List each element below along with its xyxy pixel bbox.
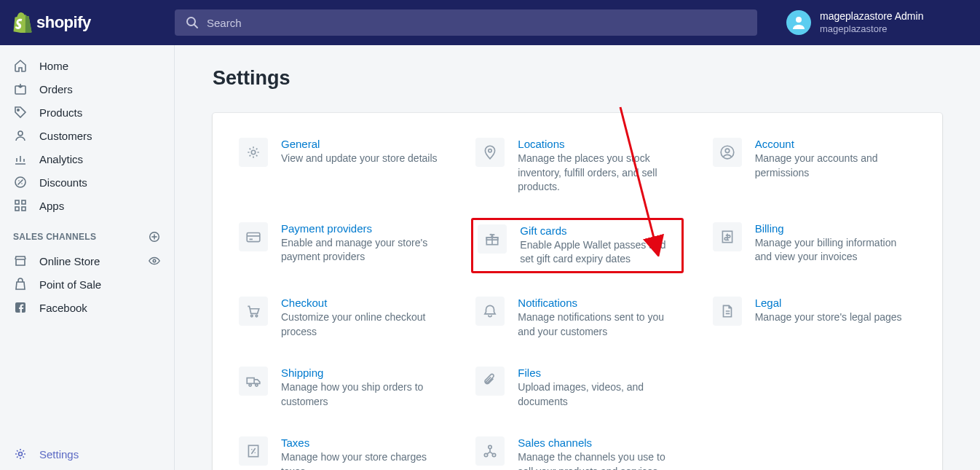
- store-icon: [13, 254, 28, 268]
- channels-header: SALES CHANNELS: [13, 232, 96, 242]
- store-name: mageplazastore: [820, 23, 923, 35]
- sidebar-item-apps[interactable]: Apps: [0, 194, 174, 217]
- tile-legal[interactable]: LegalManage your store's legal pages: [708, 292, 920, 343]
- logo[interactable]: shopify: [13, 12, 175, 33]
- search-input[interactable]: [207, 17, 747, 29]
- sidebar-item-home[interactable]: Home: [0, 54, 174, 77]
- add-channel-icon[interactable]: [148, 230, 161, 243]
- svg-rect-9: [15, 207, 19, 211]
- tile-desc: Manage your billing information and view…: [755, 236, 916, 265]
- user-names: mageplazastore Admin mageplazastore: [820, 10, 923, 35]
- tile-desc: Manage the places you stock inventory, f…: [518, 152, 679, 195]
- apps-icon: [13, 198, 28, 213]
- sidebar-item-label: Home: [39, 60, 68, 72]
- bag-icon: [13, 277, 28, 291]
- user-name: mageplazastore Admin: [820, 10, 923, 23]
- sidebar-channel-onlinestore[interactable]: Online Store: [0, 249, 174, 273]
- sidebar-item-orders[interactable]: Orders: [0, 77, 174, 101]
- sidebar-item-label: Discounts: [39, 176, 87, 189]
- svg-point-28: [489, 446, 491, 449]
- shopify-bag-icon: [13, 12, 32, 33]
- discount-icon: [13, 175, 28, 189]
- tile-payment[interactable]: Payment providersEnable and manage your …: [234, 218, 446, 273]
- tile-giftcards[interactable]: Gift cardsEnable Apple Wallet passes and…: [471, 218, 683, 273]
- page-title: Settings: [213, 67, 942, 90]
- settings-grid: GeneralView and update your store detail…: [234, 133, 920, 470]
- tile-saleschannels[interactable]: Sales channelsManage the channels you us…: [471, 432, 683, 470]
- svg-point-12: [153, 259, 156, 262]
- tile-title: Notifications: [518, 297, 679, 309]
- analytics-icon: [13, 152, 28, 166]
- sidebar-item-discounts[interactable]: Discounts: [0, 171, 174, 194]
- person-icon: [719, 144, 735, 160]
- tile-title: Gift cards: [520, 224, 676, 237]
- sidebar-item-analytics[interactable]: Analytics: [0, 147, 174, 171]
- svg-point-18: [725, 149, 730, 153]
- tile-desc: Enable and manage your store's payment p…: [281, 236, 442, 265]
- home-icon: [13, 58, 28, 73]
- search-bar[interactable]: [175, 9, 757, 36]
- sidebar-channel-facebook[interactable]: Facebook: [0, 296, 174, 319]
- svg-point-25: [249, 384, 251, 386]
- tag-icon: [13, 105, 28, 120]
- svg-rect-10: [22, 207, 25, 211]
- svg-rect-19: [247, 232, 260, 241]
- settings-card: GeneralView and update your store detail…: [213, 113, 942, 470]
- sidebar: Home Orders Products Customers Analytics…: [0, 45, 175, 470]
- sidebar-item-label: Online Store: [39, 255, 100, 267]
- eye-icon[interactable]: [148, 254, 161, 267]
- svg-rect-8: [22, 200, 25, 204]
- avatar-icon: [790, 14, 807, 31]
- tile-title: Sales channels: [518, 436, 679, 449]
- channels-icon: [482, 443, 498, 459]
- tile-title: Billing: [755, 222, 916, 235]
- tile-title: Payment providers: [281, 222, 442, 235]
- customer-icon: [13, 128, 28, 143]
- brand-text: shopify: [36, 13, 91, 32]
- sidebar-channel-pos[interactable]: Point of Sale: [0, 273, 174, 296]
- gear-icon: [245, 144, 261, 160]
- tile-notifications[interactable]: NotificationsManage notifications sent t…: [471, 292, 683, 343]
- user-menu[interactable]: mageplazastore Admin mageplazastore: [786, 10, 923, 35]
- tile-title: Taxes: [281, 436, 442, 449]
- tile-locations[interactable]: LocationsManage the places you stock inv…: [471, 133, 683, 199]
- tile-general[interactable]: GeneralView and update your store detail…: [234, 133, 446, 199]
- svg-point-2: [796, 17, 802, 23]
- tile-desc: Manage your store's legal pages: [755, 310, 902, 325]
- tile-billing[interactable]: BillingManage your billing information a…: [708, 218, 920, 273]
- svg-line-1: [194, 25, 197, 28]
- pin-icon: [482, 144, 498, 160]
- tile-title: General: [281, 138, 438, 150]
- sidebar-settings-label: Settings: [39, 448, 79, 461]
- tile-shipping[interactable]: ShippingManage how you ship orders to cu…: [234, 362, 446, 413]
- gift-icon: [484, 231, 500, 247]
- tile-desc: Manage how your store charges taxes: [281, 450, 442, 470]
- svg-point-4: [17, 109, 19, 111]
- topbar: shopify mageplazastore Admin mageplazast…: [0, 0, 980, 45]
- tile-desc: Manage your accounts and permissions: [755, 152, 916, 180]
- clip-icon: [482, 373, 498, 389]
- sidebar-item-label: Products: [39, 106, 82, 119]
- svg-rect-7: [15, 200, 19, 204]
- tile-title: Shipping: [281, 367, 442, 379]
- search-wrap: [175, 9, 757, 36]
- sidebar-settings[interactable]: Settings: [0, 442, 174, 466]
- tile-taxes[interactable]: TaxesManage how your store charges taxes: [234, 432, 446, 470]
- tile-desc: Manage the channels you use to sell your…: [518, 450, 679, 470]
- avatar: [786, 10, 811, 35]
- svg-point-16: [489, 149, 491, 152]
- sidebar-item-customers[interactable]: Customers: [0, 124, 174, 147]
- sidebar-item-label: Customers: [39, 130, 92, 142]
- facebook-icon: [13, 300, 28, 315]
- tile-checkout[interactable]: CheckoutCustomize your online checkout p…: [234, 292, 446, 343]
- svg-point-15: [251, 150, 256, 154]
- svg-point-26: [256, 384, 258, 386]
- sidebar-item-products[interactable]: Products: [0, 101, 174, 124]
- document-icon: [719, 303, 735, 319]
- tile-desc: View and update your store details: [281, 152, 438, 166]
- sidebar-item-label: Facebook: [39, 302, 87, 314]
- tile-account[interactable]: AccountManage your accounts and permissi…: [708, 133, 920, 199]
- channels-header-row: SALES CHANNELS: [0, 217, 174, 249]
- tile-desc: Enable Apple Wallet passes and set gift …: [520, 238, 676, 267]
- tile-files[interactable]: FilesUpload images, videos, and document…: [471, 362, 683, 413]
